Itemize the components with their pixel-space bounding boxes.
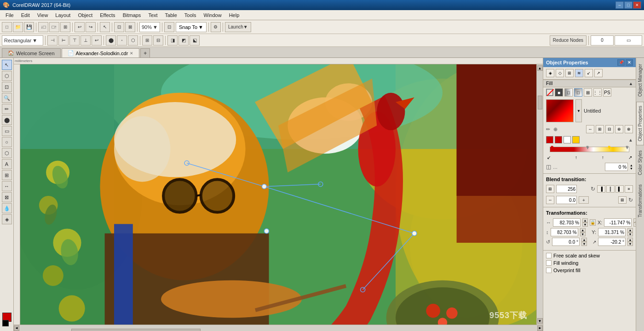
scroll-up-button[interactable]: ▲: [537, 65, 543, 71]
scroll-thumb-v[interactable]: [538, 96, 542, 109]
height-input[interactable]: [551, 228, 578, 236]
marker-4[interactable]: ▼: [625, 145, 629, 154]
connector-tool[interactable]: ↔: [2, 181, 12, 191]
panel-icon-pattern[interactable]: ⊞: [565, 69, 574, 77]
close-button[interactable]: ✕: [633, 1, 641, 9]
tab-welcome[interactable]: 🏠 Welcome Screen: [2, 48, 61, 57]
open-button[interactable]: 📁: [13, 22, 23, 32]
rot-up[interactable]: ▲: [581, 238, 587, 242]
x-input[interactable]: [604, 218, 632, 227]
tab-document[interactable]: 📄 Alexander-Solodkin.cdr ✕: [62, 48, 140, 57]
edit-fill-icon[interactable]: ✏: [546, 126, 550, 132]
flat-fill-icon[interactable]: ■: [555, 88, 563, 97]
stroke-color[interactable]: [2, 320, 9, 326]
menu-item-help[interactable]: Help: [225, 11, 243, 19]
scrollbar-horizontal[interactable]: ◄ ►: [14, 325, 543, 331]
t2-btn9[interactable]: ⊞: [142, 35, 152, 46]
mesh-fill-tool[interactable]: ⊠: [2, 192, 12, 202]
t2-btn6[interactable]: ⬤: [106, 35, 116, 46]
color-swatch-red2[interactable]: [555, 136, 562, 143]
zoom-tool[interactable]: 🔍: [2, 93, 12, 103]
zoom-dropdown[interactable]: 90% ▼: [139, 22, 160, 32]
linear-gradient-icon[interactable]: □: [564, 88, 573, 97]
parallel-dim-tool[interactable]: ⊞: [2, 170, 12, 180]
color-swatch-yellow[interactable]: [572, 136, 580, 143]
pointer-tool[interactable]: ↖: [2, 60, 12, 70]
minimize-button[interactable]: –: [615, 1, 624, 9]
t2-btn8[interactable]: ⬡: [128, 35, 138, 46]
scroll-right-button[interactable]: ►: [537, 325, 543, 331]
smart-fill-tool[interactable]: ⬤: [2, 115, 12, 125]
interactive-fill-tool[interactable]: ◈: [2, 214, 12, 224]
grad-options3[interactable]: ⊕: [615, 125, 623, 133]
gradient-dropdown[interactable]: ▼: [575, 99, 582, 122]
t2-btn10[interactable]: ⊟: [153, 35, 163, 46]
t2-btn13[interactable]: ⬕: [190, 35, 200, 46]
lock-aspect-icon[interactable]: 🔒: [590, 219, 596, 226]
eyedropper-tool[interactable]: 💧: [2, 203, 12, 213]
reduce-nodes-button[interactable]: Reduce Nodes: [550, 35, 586, 46]
blend-reverse1[interactable]: ⊞: [618, 196, 627, 204]
blend-refresh-icon[interactable]: ↻: [591, 186, 595, 192]
menu-item-layout[interactable]: Layout: [52, 11, 74, 19]
color-swatch-red[interactable]: [546, 136, 553, 143]
t2-btn12[interactable]: ◩: [178, 35, 189, 46]
arrow-up2[interactable]: ↑: [602, 155, 604, 160]
tab-add[interactable]: +: [140, 48, 150, 57]
vtab-object-manager[interactable]: Object Manager: [636, 60, 644, 101]
marker-3[interactable]: ▼: [607, 145, 611, 154]
height-up[interactable]: ▲: [580, 228, 586, 232]
import-button[interactable]: ↓□: [38, 22, 48, 32]
snap-toggle[interactable]: ⊡: [164, 22, 174, 32]
panel-pin-button[interactable]: 📌: [617, 59, 625, 66]
blend-btn1[interactable]: ▐: [597, 185, 605, 193]
t2-btn4[interactable]: ⊥: [80, 35, 91, 46]
new-button[interactable]: □: [2, 22, 12, 32]
arrow-right1[interactable]: ↗: [628, 155, 632, 160]
polygon-tool[interactable]: ⬡: [2, 148, 12, 158]
color-swatch-white[interactable]: [564, 136, 571, 143]
grad-options4[interactable]: ⊗: [625, 125, 633, 133]
rot2-down[interactable]: ▼: [627, 242, 633, 246]
rotation-input[interactable]: [552, 238, 580, 246]
text-tool[interactable]: A: [2, 159, 12, 169]
grad-options2[interactable]: ⊟: [605, 125, 614, 133]
y-up[interactable]: ▲: [627, 228, 633, 232]
free-scale-checkbox[interactable]: [546, 253, 552, 258]
pick-tool-button[interactable]: ↖: [100, 22, 110, 32]
opacity-input[interactable]: [605, 163, 628, 171]
zoom-to-fit[interactable]: ⊡: [114, 22, 124, 32]
freehand-tool[interactable]: ✏: [2, 104, 12, 114]
blend-btn3[interactable]: ▌: [615, 185, 624, 193]
copy-fill-icon[interactable]: ⊕: [553, 126, 558, 132]
t2-btn1[interactable]: ⊣: [47, 35, 58, 46]
canvas[interactable]: 9553下载: [20, 64, 536, 325]
snap-dropdown[interactable]: Snap To ▼: [176, 22, 207, 32]
scroll-left-button[interactable]: ◄: [14, 325, 19, 331]
zoom-selection[interactable]: ⊠: [125, 22, 135, 32]
shape-type-dropdown[interactable]: Rectangular ▼: [2, 35, 43, 46]
y-input[interactable]: [598, 228, 626, 236]
no-fill-icon[interactable]: [546, 89, 553, 96]
rot-down[interactable]: ▼: [581, 242, 587, 246]
blend-btn4[interactable]: ≡: [625, 185, 633, 193]
panel-icon-outline[interactable]: ◇: [556, 69, 564, 77]
rectangle-tool[interactable]: ▭: [2, 126, 12, 136]
panel-close-button[interactable]: ✕: [626, 59, 633, 66]
t2-btn5[interactable]: ↩: [92, 35, 102, 46]
menu-item-view[interactable]: View: [34, 11, 52, 19]
blend-refresh2[interactable]: ↻: [628, 197, 633, 203]
scrollbar-vertical[interactable]: ▲ ▼: [536, 64, 543, 325]
grad-options1[interactable]: ⊞: [596, 125, 604, 133]
colorstop-bar-container[interactable]: ▼ ▼ ▼ ▼: [546, 145, 633, 154]
menu-item-effects[interactable]: Effects: [96, 11, 119, 19]
arrow-left1[interactable]: ↙: [547, 155, 551, 160]
y-down[interactable]: ▼: [627, 232, 633, 236]
redo-button[interactable]: ↪: [86, 22, 96, 32]
width-input[interactable]: [553, 218, 581, 227]
t2-btn2[interactable]: ⊢: [58, 35, 69, 46]
menu-item-window[interactable]: Window: [200, 11, 225, 19]
menu-item-tools[interactable]: Tools: [181, 11, 200, 19]
panel-icon-arrow2[interactable]: ↗: [594, 69, 603, 77]
postscript-fill-icon[interactable]: PS: [603, 88, 611, 97]
